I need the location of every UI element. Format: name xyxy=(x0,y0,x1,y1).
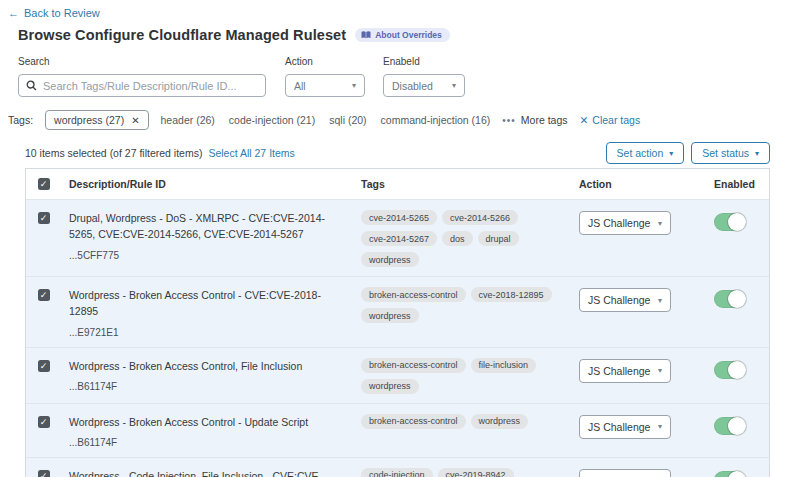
rule-tags-cell: broken-access-controlcve-2018-12895wordp… xyxy=(361,287,579,338)
selected-tag-label: wordpress (27) xyxy=(54,114,124,126)
clear-tags-label: Clear tags xyxy=(592,114,640,126)
rule-description-cell: Wordpress - Code Injection, File Inclusi… xyxy=(61,468,361,477)
toggle-knob xyxy=(728,361,746,379)
enabled-toggle[interactable] xyxy=(714,213,746,231)
rule-description-cell: Wordpress - Broken Access Control - CVE:… xyxy=(61,287,361,338)
rule-tag: broken-access-control xyxy=(361,358,466,373)
chevron-down-icon: ▾ xyxy=(658,422,662,431)
rule-tag: drupal xyxy=(478,231,519,246)
row-checkbox[interactable]: ✓ xyxy=(38,212,50,224)
rule-enabled-cell xyxy=(691,287,769,338)
rule-tags-cell: broken-access-controlfile-inclusionwordp… xyxy=(361,358,579,394)
row-checkbox[interactable]: ✓ xyxy=(38,470,50,477)
set-status-label: Set status xyxy=(702,147,749,159)
rule-description: Drupal, Wordpress - DoS - XMLRPC - CVE:C… xyxy=(69,210,347,243)
rule-description-cell: Wordpress - Broken Access Control, File … xyxy=(61,358,361,394)
rule-tags-cell: broken-access-controlwordpress xyxy=(361,414,579,448)
rule-tag: dos xyxy=(442,231,473,246)
row-checkbox-cell: ✓ xyxy=(26,414,61,448)
table-body: ✓Drupal, Wordpress - DoS - XMLRPC - CVE:… xyxy=(26,199,769,477)
rule-tag: code-injection xyxy=(361,468,433,477)
rule-action-value: JS Challenge xyxy=(588,421,650,433)
tags-bar: Tags: wordpress (27) ✕ header (26)code-i… xyxy=(8,110,788,130)
tag-filter[interactable]: code-injection (21) xyxy=(229,114,315,126)
rule-description-cell: Wordpress - Broken Access Control - Upda… xyxy=(61,414,361,448)
book-icon xyxy=(361,31,371,39)
set-status-button[interactable]: Set status ▾ xyxy=(691,142,770,164)
rule-action-dropdown[interactable]: JS Challenge▾ xyxy=(579,288,671,312)
tag-filter[interactable]: command-injection (16) xyxy=(381,114,491,126)
rule-enabled-cell xyxy=(691,358,769,394)
row-checkbox-cell: ✓ xyxy=(26,358,61,394)
chevron-down-icon: ▾ xyxy=(352,81,356,90)
chevron-down-icon: ▾ xyxy=(658,219,662,228)
enabled-toggle[interactable] xyxy=(714,290,746,308)
enabled-toggle[interactable] xyxy=(714,361,746,379)
rule-tags-cell: code-injectioncve-2019-8942cve-2019-8943… xyxy=(361,468,579,477)
action-filter-label: Action xyxy=(285,56,313,67)
enabled-toggle[interactable] xyxy=(714,417,746,435)
ellipsis-icon: ••• xyxy=(502,115,516,126)
chevron-down-icon: ▾ xyxy=(452,81,456,90)
tag-filter[interactable]: sqli (20) xyxy=(329,114,366,126)
row-checkbox[interactable]: ✓ xyxy=(38,289,50,301)
close-icon[interactable]: ✕ xyxy=(131,115,139,126)
rule-tag: cve-2014-5267 xyxy=(361,231,437,246)
search-icon xyxy=(26,80,37,91)
row-checkbox[interactable]: ✓ xyxy=(38,360,50,372)
rule-tag: cve-2019-8942 xyxy=(438,468,514,477)
select-all-link[interactable]: Select All 27 Items xyxy=(208,147,294,159)
search-box xyxy=(18,74,266,97)
action-filter-value: All xyxy=(294,80,306,92)
rule-action-value: JS Challenge xyxy=(588,217,650,229)
enabled-filter-dropdown[interactable]: Disabled ▾ xyxy=(383,74,465,97)
tag-filter[interactable]: header (26) xyxy=(161,114,215,126)
rule-tag: cve-2014-5266 xyxy=(442,210,518,225)
row-checkbox-cell: ✓ xyxy=(26,468,61,477)
header-tags: Tags xyxy=(361,178,579,190)
row-checkbox[interactable]: ✓ xyxy=(38,416,50,428)
rule-description: Wordpress - Broken Access Control, File … xyxy=(69,358,347,374)
toggle-knob xyxy=(728,417,746,435)
rule-action-cell: JS Challenge▾ xyxy=(579,468,691,477)
action-filter-dropdown[interactable]: All ▾ xyxy=(285,74,365,97)
rule-tag: cve-2014-5265 xyxy=(361,210,437,225)
more-tags-label: More tags xyxy=(521,114,568,126)
more-tags-button[interactable]: ••• More tags xyxy=(502,114,567,126)
back-link[interactable]: ← Back to Review xyxy=(8,7,100,19)
rule-action-dropdown[interactable]: JS Challenge▾ xyxy=(579,415,671,439)
set-action-button[interactable]: Set action ▾ xyxy=(606,142,685,164)
header-action: Action xyxy=(579,178,691,190)
search-input[interactable] xyxy=(43,80,258,92)
select-all-checkbox[interactable]: ✓ xyxy=(38,178,50,190)
rule-action-dropdown[interactable]: JS Challenge▾ xyxy=(579,211,671,235)
selected-tag-chip[interactable]: wordpress (27) ✕ xyxy=(45,110,148,130)
enabled-toggle[interactable] xyxy=(714,471,746,477)
about-overrides-badge[interactable]: About Overrides xyxy=(355,28,450,42)
close-icon: ✕ xyxy=(580,114,589,126)
rule-action-dropdown[interactable]: JS Challenge▾ xyxy=(579,359,671,383)
toggle-knob xyxy=(728,213,746,231)
table-row: ✓Wordpress - Code Injection, File Inclus… xyxy=(26,457,769,477)
table-row: ✓Wordpress - Broken Access Control, File… xyxy=(26,347,769,403)
tag-list: header (26)code-injection (21)sqli (20)c… xyxy=(161,114,491,126)
rule-id: ...E9721E1 xyxy=(69,327,347,338)
rule-action-dropdown[interactable]: JS Challenge▾ xyxy=(579,469,671,477)
back-link-label: Back to Review xyxy=(24,7,100,19)
rule-description-cell: Drupal, Wordpress - DoS - XMLRPC - CVE:C… xyxy=(61,210,361,267)
chevron-down-icon: ▾ xyxy=(755,149,759,158)
clear-tags-button[interactable]: ✕ Clear tags xyxy=(580,114,641,126)
row-checkbox-cell: ✓ xyxy=(26,287,61,338)
back-arrow-icon: ← xyxy=(8,7,19,19)
enabled-filter-value: Disabled xyxy=(392,80,433,92)
rule-description: Wordpress - Broken Access Control - Upda… xyxy=(69,414,347,430)
rule-id: ...5CFF775 xyxy=(69,250,347,261)
rule-tag: cve-2018-12895 xyxy=(471,287,552,302)
rule-enabled-cell xyxy=(691,468,769,477)
bulk-action-buttons: Set action ▾ Set status ▾ xyxy=(606,142,770,164)
rule-tag: broken-access-control xyxy=(361,414,466,429)
badge-label: About Overrides xyxy=(375,30,442,40)
rule-enabled-cell xyxy=(691,414,769,448)
chevron-down-icon: ▾ xyxy=(658,296,662,305)
chevron-down-icon: ▾ xyxy=(669,149,673,158)
